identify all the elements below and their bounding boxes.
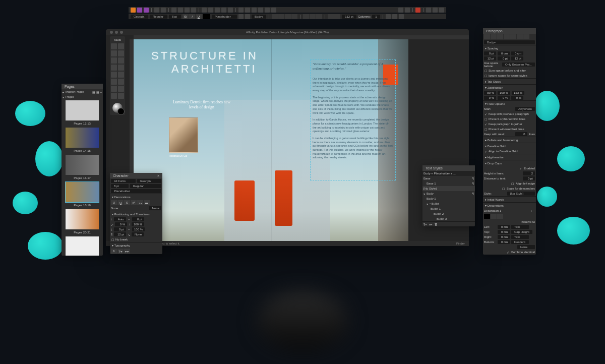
page-thumbnail[interactable] — [66, 155, 99, 175]
colour-picker-tool-icon[interactable] — [118, 86, 124, 92]
flow-header[interactable]: Flow Options — [488, 102, 505, 105]
space-after-input[interactable]: 0 pt — [498, 56, 510, 60]
leading-input[interactable]: Auto — [114, 217, 126, 221]
page-thumbnail[interactable] — [66, 182, 99, 202]
scale-h-input[interactable]: 100 % — [132, 227, 145, 231]
pan-tool-icon[interactable] — [118, 93, 124, 99]
decoration-item[interactable]: Decoration 1 — [484, 209, 501, 212]
font-style-select[interactable]: Regular — [150, 15, 167, 19]
arrange-icon[interactable] — [191, 8, 196, 13]
typography-header[interactable]: Typography — [114, 244, 130, 247]
leading-input[interactable]: 112 pt — [342, 15, 356, 19]
preflight-icon[interactable] — [171, 8, 176, 13]
document-setup-icon[interactable] — [161, 8, 166, 13]
sum-space-checkbox[interactable]: ☐ — [484, 69, 487, 72]
align-middle-icon[interactable] — [265, 8, 270, 13]
publisher-persona-icon[interactable] — [131, 8, 136, 13]
des-letter-input[interactable]: 0 % — [498, 96, 510, 100]
underline-button[interactable]: U — [196, 14, 202, 19]
style-item[interactable]: Base¶ — [422, 176, 475, 181]
frame-text-tool-icon[interactable] — [111, 50, 117, 56]
double-underline-icon[interactable]: U̳ — [117, 200, 124, 205]
zoom-tool-icon[interactable] — [111, 93, 117, 99]
pages-section-row[interactable]: ▾Pages — [62, 94, 103, 99]
baseline-icon[interactable] — [178, 8, 183, 13]
size-select[interactable]: 8 pt — [111, 184, 129, 188]
fill-tool-icon[interactable] — [118, 79, 124, 85]
kerning-input[interactable]: 0 % — [115, 222, 127, 226]
dropcap-style-select[interactable]: [No Style] — [507, 192, 535, 196]
dropcap-enabled-checkbox[interactable]: ✓ — [519, 167, 522, 170]
text-style-select[interactable]: Body+ — [252, 15, 266, 19]
color-well[interactable] — [112, 103, 123, 113]
ligatures-icon[interactable]: fi — [111, 249, 117, 254]
snapping-icon[interactable] — [398, 8, 403, 13]
headline-text[interactable]: STRUCTURE IN ARCHITETTI — [151, 49, 258, 76]
justify-right-icon[interactable] — [517, 34, 523, 39]
account-icon[interactable] — [426, 8, 431, 13]
indent-right-input[interactable]: 0 cm — [498, 51, 510, 55]
page-thumbnail[interactable] — [66, 128, 99, 148]
designer-persona-icon[interactable] — [144, 8, 149, 13]
style-item[interactable]: Bullet 3 — [422, 216, 475, 221]
deco-top-input[interactable]: 0 cm — [498, 230, 510, 234]
indent-first-input[interactable]: 0 cm — [511, 51, 523, 55]
column-guides-icon[interactable] — [386, 14, 391, 19]
window-controls[interactable] — [110, 31, 123, 34]
ignore-space-checkbox[interactable]: ☐ — [484, 74, 487, 77]
style-item[interactable]: ▾ Body¶ — [422, 191, 475, 196]
align-center-icon[interactable] — [245, 8, 250, 13]
style-item[interactable]: [No Style] — [422, 186, 475, 191]
style-select[interactable]: Regular — [130, 184, 161, 188]
baseline-input[interactable]: 0 pt — [114, 227, 126, 231]
style-item[interactable]: Base 1¶ — [422, 181, 475, 186]
scale-desc-checkbox[interactable]: ☐ — [502, 187, 505, 190]
vector-crop-tool-icon[interactable] — [111, 79, 117, 85]
master-pages-row[interactable]: ▸Master Pages ▦ ▦ + — [62, 89, 103, 94]
deco-left-rel[interactable]: Text — [511, 225, 529, 229]
align-right-icon[interactable] — [497, 34, 503, 39]
align-baseline-checkbox[interactable]: ✓ — [484, 150, 487, 153]
spacing-header[interactable]: Spacing — [488, 47, 499, 50]
paragraph-style-select[interactable]: Placeholder — [212, 15, 237, 19]
deco-fill-swatch[interactable] — [484, 214, 490, 219]
scale-v-input[interactable]: 100 % — [132, 222, 144, 226]
deco-right-input[interactable]: 0 cm — [498, 235, 510, 239]
hyphenation-header[interactable]: Hyphenation — [488, 156, 505, 159]
bold-button[interactable]: B — [183, 14, 189, 19]
help-icon[interactable] — [433, 8, 438, 13]
subscript-icon[interactable]: x₂ — [137, 200, 143, 205]
dropcaps-header[interactable]: Drop Caps — [488, 162, 502, 165]
align-bottom-icon[interactable] — [271, 8, 276, 13]
underline-icon[interactable]: U — [111, 200, 117, 205]
live-filter-icon[interactable] — [415, 8, 420, 13]
text-color-swatch[interactable] — [203, 14, 210, 19]
align-left-text-icon[interactable] — [272, 14, 278, 19]
table-tool-icon[interactable] — [111, 57, 117, 64]
align-center-icon[interactable] — [491, 34, 497, 39]
deco-top-rel[interactable]: Cap Height — [511, 230, 532, 234]
highlight-icon[interactable]: ▬ — [144, 200, 150, 205]
align-left-checkbox[interactable]: ☐ — [511, 182, 514, 185]
deco-bottom-rel[interactable]: Descent — [511, 240, 529, 244]
page-thumbnail[interactable] — [66, 209, 99, 229]
deco-left-input[interactable]: 0 cm — [498, 225, 510, 229]
decorations-header[interactable]: Decorations — [114, 196, 131, 199]
max-letter-input[interactable]: 0 % — [511, 96, 523, 100]
list-number-icon[interactable] — [334, 14, 340, 19]
selected-text-frame[interactable] — [310, 59, 396, 180]
place-image-tool-icon[interactable] — [118, 72, 124, 78]
character-panel-icon[interactable] — [238, 14, 244, 19]
justify-text-icon[interactable] — [291, 14, 297, 19]
align-left-icon[interactable] — [238, 8, 244, 13]
leading-override-input[interactable]: 12 pt — [114, 232, 126, 236]
style-item[interactable]: Body 1 — [422, 196, 475, 201]
text-style-select[interactable]: Placeholder — [111, 189, 161, 193]
valign-top-icon[interactable] — [303, 14, 309, 19]
ruler-horizontal[interactable] — [134, 35, 469, 39]
ellipse-tool-icon[interactable] — [118, 65, 124, 71]
art-text-tool-icon[interactable] — [118, 50, 124, 56]
transparency-tool-icon[interactable] — [111, 86, 117, 92]
store-icon[interactable] — [439, 8, 444, 13]
style-item[interactable]: ▾ • Bullet — [422, 201, 475, 206]
